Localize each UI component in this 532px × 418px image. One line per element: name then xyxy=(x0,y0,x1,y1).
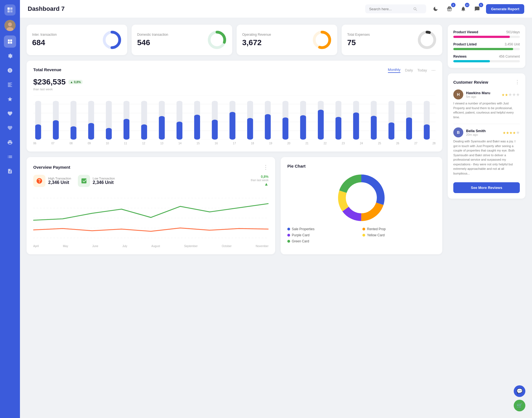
payment-line-chart xyxy=(33,193,268,242)
payment-x-axis: AprilMayJuneJulyAugustSeptemberOctoberNo… xyxy=(33,245,268,248)
legend-dot-sale xyxy=(287,228,290,230)
stat-value-inter: 684 xyxy=(32,38,57,47)
svg-rect-9 xyxy=(8,42,10,44)
avatar[interactable] xyxy=(4,20,16,31)
float-chat-button[interactable]: 💬 xyxy=(514,385,525,397)
reviewer-stars-2: ★★★★★ xyxy=(503,130,520,135)
revenue-x-axis: 0607080910111213141516171819202122232425… xyxy=(33,142,436,145)
svg-rect-38 xyxy=(141,124,147,140)
svg-rect-0 xyxy=(7,7,10,10)
review-more-btn[interactable]: ⋮ xyxy=(515,79,520,85)
reviewer-name-1: Hawkins Maru xyxy=(466,91,490,95)
tab-daily[interactable]: Daily xyxy=(405,68,413,72)
sidebar-item-star[interactable] xyxy=(4,93,16,105)
stat-value-domestic: 546 xyxy=(137,38,168,47)
payment-stat-low: Low Transaction 2,346 Unit xyxy=(78,175,115,187)
metric-reviews: Reviews 456 Comment xyxy=(453,55,520,62)
tab-today[interactable]: Today xyxy=(417,68,427,72)
svg-rect-50 xyxy=(247,118,253,140)
ps-value-low: 2,346 Unit xyxy=(93,180,115,185)
metric-row-viewed: Product Viewed 561/days xyxy=(453,30,520,34)
revenue-amount: $236,535 ▲ 0,8% xyxy=(33,78,83,86)
metric-product-viewed: Product Viewed 561/days xyxy=(453,30,520,38)
ps-label-high: High Transaction xyxy=(48,177,71,180)
search-input[interactable] xyxy=(369,7,411,11)
reviewer-row-1: H Hawkins Maru 5m ago ★★★★★ xyxy=(453,89,520,99)
stat-info-inter: Inter. transaction 684 xyxy=(32,33,57,47)
stat-card-domestic: Domestic transaction 546 xyxy=(132,25,232,55)
payment-more-btn[interactable]: ⋮ xyxy=(263,164,268,170)
stat-card-inter: Inter. transaction 684 xyxy=(27,25,127,55)
see-more-reviews-button[interactable]: See More Reviews xyxy=(453,182,520,193)
payment-pct-label: than last week xyxy=(251,179,268,182)
svg-rect-54 xyxy=(283,117,288,140)
sidebar-item-analytics[interactable] xyxy=(4,79,16,91)
pie-title: Pie Chart xyxy=(287,164,436,168)
svg-rect-7 xyxy=(8,40,10,42)
stats-row: Inter. transaction 684 Domestic transact… xyxy=(27,25,442,55)
payment-header: Overview Payment ⋮ xyxy=(33,164,268,170)
sidebar-item-heart[interactable] xyxy=(4,107,16,120)
payment-stats: High Transaction 2,346 Unit Low Transact… xyxy=(33,175,268,187)
stat-label-expenses: Total Expenses xyxy=(347,33,370,37)
gift-button[interactable]: 2 xyxy=(444,4,454,14)
payment-title: Overview Payment xyxy=(33,165,70,170)
donut-domestic xyxy=(207,30,227,50)
float-cart-button[interactable]: 🛒 xyxy=(514,400,525,411)
svg-rect-40 xyxy=(159,116,165,140)
content-area: Inter. transaction 684 Domestic transact… xyxy=(20,18,532,261)
high-trans-icon xyxy=(33,175,45,187)
review-card-title: Customer Review xyxy=(453,80,488,84)
payment-pct-info: 0,8% than last week ▲ xyxy=(251,175,268,187)
metric-row-listed: Product Listed 3,456 Unit xyxy=(453,42,520,46)
stat-info-domestic: Domestic transaction 546 xyxy=(137,33,168,47)
logo[interactable] xyxy=(4,4,16,16)
svg-rect-10 xyxy=(10,42,12,44)
search-box[interactable] xyxy=(365,4,426,13)
low-trans-icon xyxy=(78,175,90,187)
sidebar-item-print[interactable] xyxy=(4,136,16,148)
chat-button[interactable]: 5 xyxy=(472,4,482,14)
reviewer-info-1: Hawkins Maru 5m ago xyxy=(466,91,490,98)
generate-report-button[interactable]: Generate Report xyxy=(486,4,524,14)
svg-rect-1 xyxy=(10,7,12,10)
pie-chart-svg xyxy=(334,173,389,223)
review-text-1: I viewed a number of properties with Jus… xyxy=(453,101,520,119)
review-card: Customer Review ⋮ H Hawkins Maru 5m ago … xyxy=(448,73,525,199)
chat-badge: 5 xyxy=(479,3,483,7)
metrics-card: Product Viewed 561/days Product Listed 3… xyxy=(448,25,525,68)
sidebar-item-list[interactable] xyxy=(4,151,16,163)
notification-button[interactable]: 12 xyxy=(458,4,468,14)
payment-card: Overview Payment ⋮ High Transaction 2,34… xyxy=(27,157,275,254)
theme-toggle[interactable] xyxy=(431,4,441,14)
legend-green: Green Card xyxy=(287,239,360,243)
sidebar-item-document[interactable] xyxy=(4,165,16,177)
stat-label-domestic: Domestic transaction xyxy=(137,33,168,37)
legend-dot-purple xyxy=(287,234,290,237)
main-content: Dashboard 7 2 12 5 Ge xyxy=(20,0,532,418)
sidebar-item-heart2[interactable] xyxy=(4,122,16,134)
sidebar-item-dashboard[interactable] xyxy=(4,35,16,48)
svg-rect-62 xyxy=(353,112,359,140)
stat-card-expenses: Total Expenses 75 xyxy=(342,25,442,55)
sidebar-item-settings[interactable] xyxy=(4,50,16,62)
stat-card-revenue: Operating Revenue 3,672 xyxy=(237,25,337,55)
progress-listed xyxy=(453,48,520,50)
svg-point-5 xyxy=(8,22,12,26)
ps-value-high: 2,346 Unit xyxy=(48,180,71,185)
stat-value-revenue: 3,672 xyxy=(242,38,271,47)
svg-rect-64 xyxy=(371,116,377,140)
bottom-row: Overview Payment ⋮ High Transaction 2,34… xyxy=(27,157,442,254)
svg-rect-46 xyxy=(212,120,218,140)
sidebar-item-info[interactable] xyxy=(4,64,16,76)
svg-rect-26 xyxy=(35,124,41,140)
revenue-more-btn[interactable]: ··· xyxy=(431,67,436,73)
donut-inter xyxy=(102,30,122,50)
legend-dot-yellow xyxy=(362,234,365,237)
tab-monthly[interactable]: Monthly xyxy=(388,68,401,73)
svg-rect-28 xyxy=(53,120,59,140)
stat-info-revenue: Operating Revenue 3,672 xyxy=(242,33,271,47)
payment-pct: 0,8% xyxy=(251,175,268,179)
donut-expenses xyxy=(417,30,437,50)
payment-stat-info-high: High Transaction 2,346 Unit xyxy=(48,177,71,185)
